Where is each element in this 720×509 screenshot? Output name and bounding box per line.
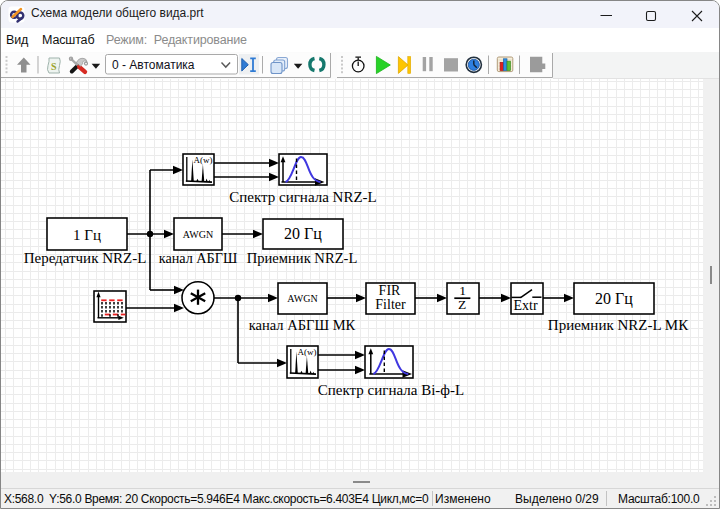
svg-text:S: S: [51, 61, 57, 72]
svg-text:0 - Автоматика: 0 - Автоматика: [112, 58, 195, 72]
